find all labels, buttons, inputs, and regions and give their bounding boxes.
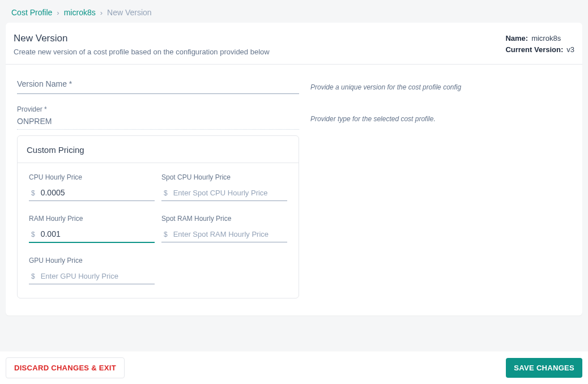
meta-version-value: v3 (566, 44, 574, 56)
dollar-icon: $ (29, 231, 35, 238)
dollar-icon: $ (29, 189, 35, 197)
breadcrumb-current: New Version (107, 8, 152, 17)
custom-pricing-title: Custom Pricing (18, 136, 299, 163)
meta-name-value: microk8s (531, 33, 561, 44)
dollar-icon: $ (29, 272, 35, 280)
main-card: New Version Create new version of a cost… (6, 23, 582, 315)
ram-price-field: RAM Hourly Price $ (29, 215, 155, 243)
breadcrumb-item-link[interactable]: microk8s (64, 8, 96, 17)
card-header: New Version Create new version of a cost… (6, 23, 582, 65)
page-title: New Version (14, 33, 270, 44)
meta-version-label: Current Version: (505, 44, 563, 56)
dollar-icon: $ (161, 231, 168, 238)
spot-cpu-price-field: Spot CPU Hourly Price $ (161, 173, 287, 201)
dollar-icon: $ (161, 189, 168, 197)
ram-price-label: RAM Hourly Price (29, 215, 155, 223)
discard-button[interactable]: DISCARD CHANGES & EXIT (6, 357, 125, 378)
cpu-price-label: CPU Hourly Price (29, 173, 155, 181)
version-name-input[interactable] (17, 78, 299, 94)
custom-pricing-card: Custom Pricing CPU Hourly Price $ Spot C… (17, 135, 299, 298)
version-name-hint: Provide a unique version for the cost pr… (310, 83, 461, 91)
provider-input (17, 114, 299, 130)
chevron-right-icon: › (100, 8, 103, 17)
gpu-price-field: GPU Hourly Price $ (29, 257, 155, 284)
chevron-right-icon: › (57, 8, 59, 17)
breadcrumb: Cost Profile › microk8s › New Version (0, 0, 588, 23)
card-body: Version Name * Provider * Custom Pricing… (6, 65, 582, 315)
save-button[interactable]: SAVE CHANGES (506, 358, 582, 378)
footer-bar: DISCARD CHANGES & EXIT SAVE CHANGES (0, 351, 588, 384)
ram-price-input[interactable] (41, 227, 155, 242)
spot-ram-price-label: Spot RAM Hourly Price (161, 215, 287, 223)
spot-cpu-price-label: Spot CPU Hourly Price (161, 173, 287, 181)
profile-meta: Name: microk8s Current Version: v3 (505, 33, 574, 55)
provider-field: Provider * (17, 105, 299, 130)
cpu-price-field: CPU Hourly Price $ (29, 173, 155, 201)
cpu-price-input[interactable] (41, 186, 155, 200)
gpu-price-label: GPU Hourly Price (29, 257, 155, 264)
spot-ram-price-input[interactable] (173, 227, 287, 242)
spot-ram-price-field: Spot RAM Hourly Price $ (161, 215, 287, 243)
spot-cpu-price-input[interactable] (173, 186, 287, 200)
version-name-field: Version Name * (17, 78, 299, 94)
provider-hint: Provider type for the selected cost prof… (310, 115, 436, 123)
provider-label: Provider * (17, 105, 299, 113)
page-subtitle: Create new version of a cost profile bas… (14, 48, 270, 56)
meta-name-label: Name: (505, 33, 528, 44)
breadcrumb-root-link[interactable]: Cost Profile (11, 8, 52, 17)
gpu-price-input[interactable] (41, 269, 155, 284)
